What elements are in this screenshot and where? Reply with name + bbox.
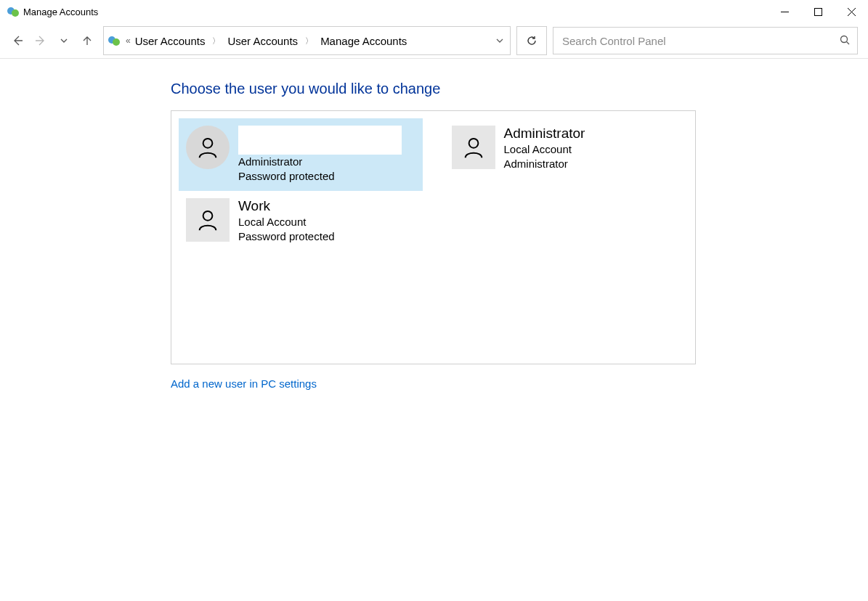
accounts-grid: Administrator Password protected Adminis… bbox=[171, 110, 696, 364]
recent-locations-button[interactable] bbox=[57, 33, 71, 48]
user-accounts-icon bbox=[108, 35, 120, 46]
account-status: Password protected bbox=[238, 169, 402, 184]
refresh-icon bbox=[526, 35, 538, 46]
search-icon[interactable] bbox=[840, 35, 850, 47]
page-heading: Choose the user you would like to change bbox=[171, 81, 868, 97]
person-icon bbox=[195, 135, 220, 160]
breadcrumb-seg-1[interactable]: User Accounts bbox=[132, 35, 208, 47]
chevron-double-left-icon: « bbox=[124, 36, 132, 46]
nav-row: « User Accounts 〉 User Accounts 〉 Manage… bbox=[0, 23, 868, 59]
account-name bbox=[238, 126, 402, 155]
maximize-icon bbox=[814, 8, 822, 16]
close-button[interactable] bbox=[835, 0, 868, 23]
avatar bbox=[186, 198, 230, 242]
account-role: Administrator bbox=[504, 157, 585, 171]
content: Choose the user you would like to change… bbox=[0, 59, 868, 390]
chevron-right-icon[interactable]: 〉 bbox=[209, 36, 223, 46]
svg-point-6 bbox=[203, 139, 213, 148]
person-icon bbox=[461, 135, 486, 160]
address-bar[interactable]: « User Accounts 〉 User Accounts 〉 Manage… bbox=[103, 26, 511, 55]
account-tile-work[interactable]: Work Local Account Password protected bbox=[179, 191, 423, 263]
arrow-right-icon bbox=[34, 34, 47, 47]
breadcrumb: User Accounts 〉 User Accounts 〉 Manage A… bbox=[132, 35, 490, 47]
add-user-link[interactable]: Add a new user in PC settings bbox=[171, 377, 868, 390]
arrow-up-icon bbox=[81, 35, 93, 46]
window-title: Manage Accounts bbox=[23, 7, 98, 17]
address-dropdown-button[interactable] bbox=[490, 36, 510, 45]
arrow-left-icon bbox=[11, 34, 24, 47]
chevron-right-icon[interactable]: 〉 bbox=[302, 36, 316, 46]
chevron-down-icon bbox=[495, 36, 504, 45]
svg-point-8 bbox=[203, 211, 213, 221]
window-controls bbox=[768, 0, 868, 23]
close-icon bbox=[848, 8, 856, 16]
account-status: Password protected bbox=[238, 229, 335, 244]
svg-rect-1 bbox=[814, 8, 822, 15]
account-tile-administrator[interactable]: Administrator Local Account Administrato… bbox=[445, 118, 689, 191]
up-button[interactable] bbox=[80, 33, 94, 48]
svg-point-7 bbox=[469, 139, 478, 148]
breadcrumb-seg-2[interactable]: User Accounts bbox=[224, 35, 301, 47]
account-tile-current[interactable]: Administrator Password protected bbox=[179, 118, 423, 191]
svg-line-5 bbox=[847, 41, 850, 44]
account-type: Local Account bbox=[504, 142, 585, 157]
maximize-button[interactable] bbox=[801, 0, 835, 23]
avatar bbox=[452, 126, 495, 169]
minimize-button[interactable] bbox=[768, 0, 801, 23]
account-role: Administrator bbox=[238, 155, 402, 169]
svg-point-4 bbox=[841, 36, 848, 42]
back-button[interactable] bbox=[10, 33, 25, 48]
avatar bbox=[186, 126, 230, 169]
search-input[interactable] bbox=[561, 34, 840, 48]
person-icon bbox=[195, 208, 220, 232]
breadcrumb-seg-3[interactable]: Manage Accounts bbox=[317, 35, 410, 47]
titlebar: Manage Accounts bbox=[0, 0, 868, 23]
account-type: Local Account bbox=[238, 215, 335, 229]
search-box[interactable] bbox=[553, 27, 858, 54]
user-accounts-icon bbox=[7, 6, 19, 17]
refresh-button[interactable] bbox=[516, 26, 547, 55]
account-name: Work bbox=[238, 198, 335, 215]
forward-button[interactable] bbox=[33, 33, 48, 48]
chevron-down-icon bbox=[60, 36, 68, 45]
account-name: Administrator bbox=[504, 126, 585, 142]
minimize-icon bbox=[781, 8, 789, 16]
